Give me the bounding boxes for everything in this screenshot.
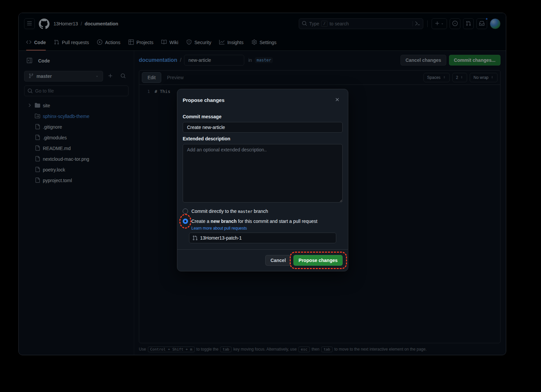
radio-create-bran ch[interactable] <box>183 219 188 224</box>
propose-changes-dialog: Propose changes Commit message Extended … <box>177 89 348 271</box>
radio-option-commit-direct[interactable]: Commit directly to the master branch <box>183 209 343 214</box>
extended-description-label: Extended description <box>183 136 343 141</box>
commit-message-label: Commit message <box>183 114 343 119</box>
new-branch-name-input[interactable] <box>189 233 336 243</box>
dialog-title: Propose changes <box>183 97 224 103</box>
propose-changes-button[interactable]: Propose changes <box>293 255 343 266</box>
radio-commit-direct[interactable] <box>183 209 188 214</box>
radio-option-create-branch[interactable]: Create a new branch for this commit and … <box>183 219 343 224</box>
commit-message-input[interactable] <box>183 122 343 133</box>
branch-name-inline: master <box>238 209 252 214</box>
cancel-button[interactable]: Cancel <box>265 255 291 266</box>
extended-description-input[interactable] <box>183 144 343 203</box>
pull-request-icon <box>192 235 198 242</box>
learn-more-link[interactable]: Learn more about pull requests <box>191 226 343 231</box>
close-icon <box>335 97 340 103</box>
github-window: 13Homer13 / documentation Type / to sear… <box>18 13 506 355</box>
close-dialog-button[interactable] <box>332 95 343 105</box>
